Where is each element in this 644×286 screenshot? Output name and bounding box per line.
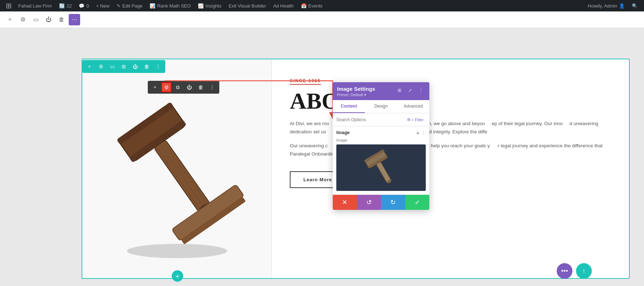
gavel-image (91, 76, 263, 262)
admin-bar: ⊞ Fahad Law Firm 🔄 22 💬 0 + New ✎ Edit P… (0, 0, 644, 11)
rank-math-item[interactable]: 📊 Rank Math SEO (146, 0, 194, 11)
svg-point-10 (127, 244, 227, 258)
panel-header: Image Settings Preset: Default ▾ ⊞ ⤢ ⋮ (333, 82, 429, 100)
cancel-button[interactable]: ✕ (333, 195, 357, 210)
svg-line-6 (165, 144, 207, 204)
events-item[interactable]: 📅 Events (297, 0, 326, 11)
tab-design[interactable]: Design (365, 100, 397, 113)
search-options-input[interactable] (336, 117, 402, 122)
ad-health-label: Ad Health (273, 3, 294, 9)
menu-dots-button[interactable]: ••• (557, 263, 572, 279)
confirm-icon: ✓ (415, 198, 420, 206)
ad-health-item[interactable]: Ad Health (270, 0, 297, 11)
insights-icon: 📈 (198, 3, 204, 9)
image-section-icons: ▲ ⋮ (416, 130, 426, 135)
filter-icon: ⊞ (407, 117, 410, 122)
edit-page-label: Edit Page (122, 3, 142, 9)
section-layout-button[interactable]: ▭ (107, 61, 117, 72)
svg-rect-8 (171, 184, 244, 241)
updates-count: 22 (67, 3, 72, 9)
new-label: + New (96, 3, 109, 9)
panel-title: Image Settings (337, 86, 375, 92)
image-section-title: Image (336, 130, 350, 135)
comments-count: 0 (86, 3, 89, 9)
divi-add-button[interactable]: ＋ (4, 14, 16, 25)
section-toolbar: ＋ ⚙ ▭ ⊞ ⏻ 🗑 ⋮ (82, 60, 165, 73)
panel-resize2-button[interactable]: ⤢ (406, 86, 414, 94)
module-add-button[interactable]: ＋ (150, 82, 160, 92)
search-options-bar: ⊞ + Filter (333, 113, 429, 126)
filter-label: + Filter (411, 118, 424, 122)
panel-resize1-button[interactable]: ⊞ (395, 86, 404, 94)
edit-icon: ✎ (117, 3, 121, 9)
add-module-button[interactable]: ＋ (172, 270, 183, 282)
exit-builder-item[interactable]: Exit Visual Builder (225, 0, 270, 11)
canvas-area: ＋ ⚙ ▭ ⊞ ⏻ 🗑 ⋮ ＋ ⚙ ⧉ ⏻ 🗑 ⋮ (0, 28, 644, 286)
svg-line-4 (158, 149, 200, 209)
avatar-icon: 👤 (619, 3, 625, 9)
divi-power-button[interactable]: ⏻ (43, 14, 54, 25)
divi-layout-button[interactable]: ▭ (30, 14, 42, 25)
section-grid-button[interactable]: ⊞ (119, 61, 129, 72)
portability-icon: ↑ (582, 267, 586, 275)
module-copy-button[interactable]: ⧉ (173, 82, 183, 92)
divi-top-bar: ＋ ⚙ ▭ ⏻ 🗑 ⋯ (0, 11, 644, 28)
svg-line-5 (161, 147, 204, 207)
updates-icon: 🔄 (59, 3, 65, 9)
redo-icon: ↻ (390, 198, 396, 206)
comments-item[interactable]: 💬 0 (75, 0, 92, 11)
module-toolbar: ＋ ⚙ ⧉ ⏻ 🗑 ⋮ (148, 81, 219, 94)
howdy-item[interactable]: Howdy, Admin 👤 (584, 3, 628, 9)
text-panel: SINCE 1965 ABOUT At Divi, we are mo rtne… (272, 59, 629, 278)
site-name[interactable]: Fahad Law Firm (15, 0, 55, 11)
panel-title-group: Image Settings Preset: Default ▾ (337, 86, 375, 97)
rank-math-label: Rank Math SEO (157, 3, 191, 9)
image-settings-panel: Image Settings Preset: Default ▾ ⊞ ⤢ ⋮ C… (333, 82, 429, 210)
dots-icon: ••• (561, 267, 568, 275)
rank-math-icon: 📊 (150, 3, 155, 9)
section-more-icon[interactable]: ⋮ (421, 130, 426, 135)
divi-settings-button[interactable]: ⚙ (17, 14, 29, 25)
confirm-button[interactable]: ✓ (405, 195, 430, 210)
undo-button[interactable]: ↺ (357, 195, 381, 210)
edit-page-item[interactable]: ✎ Edit Page (113, 0, 146, 11)
admin-bar-right: Howdy, Admin 👤 🔍 (584, 3, 641, 9)
search-item[interactable]: 🔍 (628, 3, 641, 9)
redo-button[interactable]: ↻ (381, 195, 405, 210)
section-add-button[interactable]: ＋ (84, 61, 94, 72)
section-more-button[interactable]: ⋮ (153, 61, 163, 72)
comments-icon: 💬 (79, 3, 84, 9)
panel-more-button[interactable]: ⋮ (416, 86, 425, 94)
module-settings-button[interactable]: ⚙ (161, 82, 171, 92)
exit-builder-label: Exit Visual Builder (229, 3, 266, 9)
tab-advanced[interactable]: Advanced (397, 100, 429, 113)
panel-tabs: Content Design Advanced (333, 100, 429, 113)
image-preview[interactable] (336, 144, 426, 191)
insights-label: Insights (205, 3, 221, 9)
new-item[interactable]: + New (93, 0, 113, 11)
insights-item[interactable]: 📈 Insights (194, 0, 225, 11)
updates-item[interactable]: 🔄 22 (55, 0, 75, 11)
module-more-button[interactable]: ⋮ (207, 82, 217, 92)
events-label: Events (308, 3, 323, 9)
portability-button[interactable]: ↑ (576, 263, 592, 279)
section-settings-button[interactable]: ⚙ (96, 61, 106, 72)
svg-rect-17 (376, 162, 391, 183)
panel-preset[interactable]: Preset: Default ▾ (337, 93, 375, 97)
image-section: Image ▲ ⋮ Image (333, 126, 429, 194)
collapse-icon[interactable]: ▲ (416, 130, 420, 135)
module-trash-button[interactable]: 🗑 (196, 82, 206, 92)
divi-more-button[interactable]: ⋯ (69, 14, 80, 25)
section-trash-button[interactable]: 🗑 (142, 61, 152, 72)
search-icon: 🔍 (632, 3, 638, 9)
filter-button[interactable]: ⊞ + Filter (405, 116, 426, 123)
wp-logo-icon[interactable]: ⊞ (3, 1, 15, 10)
tab-content[interactable]: Content (333, 100, 365, 113)
panel-header-icons: ⊞ ⤢ ⋮ (395, 86, 425, 94)
undo-icon: ↺ (366, 198, 372, 206)
section-power-button[interactable]: ⏻ (130, 61, 140, 72)
divi-trash-button[interactable]: 🗑 (56, 14, 67, 25)
module-power-button[interactable]: ⏻ (184, 82, 194, 92)
events-icon: 📅 (301, 3, 307, 9)
since-label: SINCE 1965 (290, 78, 321, 85)
